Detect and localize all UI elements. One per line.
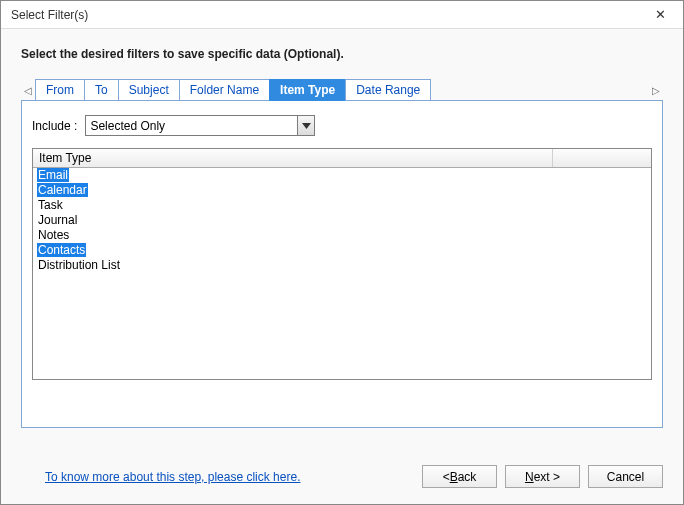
tab-scroll-left-icon[interactable]: ◁ bbox=[21, 85, 35, 96]
window-title: Select Filter(s) bbox=[11, 8, 88, 22]
tab-folder-name[interactable]: Folder Name bbox=[179, 79, 270, 101]
tab-panel-item-type: Include : Selected Only Item Type Email … bbox=[21, 100, 663, 428]
column-header-item-type[interactable]: Item Type bbox=[33, 149, 553, 167]
content-area: Select the desired filters to save speci… bbox=[1, 29, 683, 428]
list-item[interactable]: Task bbox=[33, 198, 651, 213]
list-item[interactable]: Notes bbox=[33, 228, 651, 243]
next-button[interactable]: Next > bbox=[505, 465, 580, 488]
list-item[interactable]: Email bbox=[33, 168, 651, 183]
list-item[interactable]: Journal bbox=[33, 213, 651, 228]
tab-strip: ◁ From To Subject Folder Name Item Type … bbox=[21, 79, 663, 101]
tab-scroll-right-icon[interactable]: ▷ bbox=[649, 85, 663, 96]
footer: To know more about this step, please cli… bbox=[21, 465, 663, 488]
list-rows: Email Calendar Task Journal Notes Contac… bbox=[33, 168, 651, 273]
titlebar: Select Filter(s) ✕ bbox=[1, 1, 683, 29]
item-type-list[interactable]: Item Type Email Calendar Task Journal No… bbox=[32, 148, 652, 380]
select-filters-dialog: Select Filter(s) ✕ Select the desired fi… bbox=[0, 0, 684, 505]
include-label: Include : bbox=[32, 119, 77, 133]
list-item[interactable]: Contacts bbox=[33, 243, 651, 258]
back-button[interactable]: < Back bbox=[422, 465, 497, 488]
include-select-value: Selected Only bbox=[86, 119, 297, 133]
tab-from[interactable]: From bbox=[35, 79, 85, 101]
chevron-down-icon bbox=[302, 123, 311, 129]
cancel-button[interactable]: Cancel bbox=[588, 465, 663, 488]
tab-item-type[interactable]: Item Type bbox=[269, 79, 346, 101]
list-header: Item Type bbox=[33, 149, 651, 168]
svg-marker-0 bbox=[302, 123, 311, 129]
list-item[interactable]: Distribution List bbox=[33, 258, 651, 273]
include-select[interactable]: Selected Only bbox=[85, 115, 315, 136]
footer-buttons: < Back Next > Cancel bbox=[422, 465, 663, 488]
close-button[interactable]: ✕ bbox=[638, 1, 683, 29]
tab-date-range[interactable]: Date Range bbox=[345, 79, 431, 101]
include-row: Include : Selected Only bbox=[32, 115, 652, 136]
close-icon: ✕ bbox=[655, 7, 666, 22]
help-link[interactable]: To know more about this step, please cli… bbox=[21, 470, 300, 484]
tabs: From To Subject Folder Name Item Type Da… bbox=[35, 79, 430, 101]
tab-subject[interactable]: Subject bbox=[118, 79, 180, 101]
list-item[interactable]: Calendar bbox=[33, 183, 651, 198]
tab-to[interactable]: To bbox=[84, 79, 119, 101]
dropdown-button[interactable] bbox=[297, 116, 314, 135]
instruction-text: Select the desired filters to save speci… bbox=[21, 47, 663, 61]
